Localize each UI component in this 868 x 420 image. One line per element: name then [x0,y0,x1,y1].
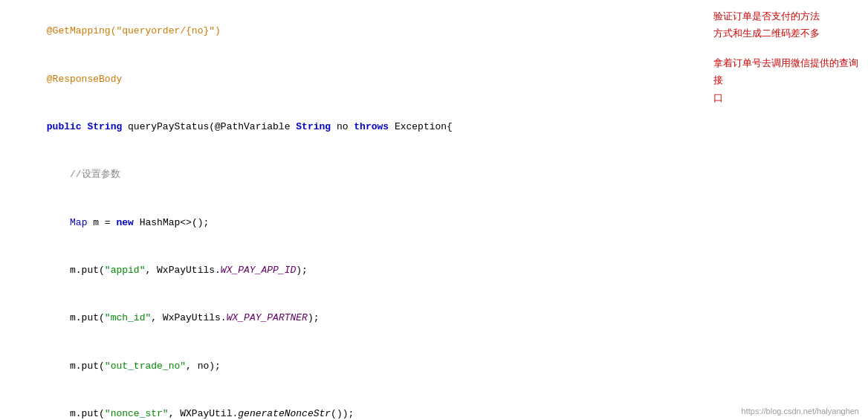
code-line-9: m.put("nonce_str", WXPayUtil.generateNon… [12,390,693,421]
sidebar-comment5: 口 [713,89,859,106]
code-line-8: m.put("out_trade_no", no); [12,342,693,390]
code-line-1: @GetMapping("queryorder/{no}") [12,7,693,55]
code-line-3: public String queryPayStatus(@PathVariab… [12,103,693,151]
kw-new: new [116,217,139,228]
mput-noncestr: m.put("nonce_str", WXPayUtil.generateNon… [47,408,354,419]
annotation-getmapping: @GetMapping("queryorder/{no}") [47,25,221,36]
code-line-5: Map m = new HashMap<>(); [12,198,693,246]
map-var: m = [93,217,116,228]
sidebar-comment2: 方式和生成二维码差不多 [713,25,859,42]
hashmap: HashMap<>(); [140,217,210,228]
mput-mchid: m.put("mch_id", WxPayUtils.WX_PAY_PARTNE… [47,312,320,323]
annotation-responsebody: @ResponseBody [47,74,122,85]
kw-public: public [47,121,88,132]
mput-tradeno: m.put("out_trade_no", no); [47,361,221,372]
sidebar-spacer [713,42,859,54]
method-querypay: queryPayStatus(@PathVariable [128,121,296,132]
kw-throws: throws [354,121,389,132]
kw-string: String [87,121,128,132]
code-line-2: @ResponseBody [12,55,693,103]
map-init [47,217,70,228]
code-line-6: m.put("appid", WxPayUtils.WX_PAY_APP_ID)… [12,247,693,294]
param-no: no [337,121,354,132]
footer-link: https://blog.csdn.net/halyanghen [742,407,859,416]
sidebar-comment1: 验证订单是否支付的方法 [713,7,859,25]
sidebar: 验证订单是否支付的方法 方式和生成二维码差不多 拿着订单号去调用微信提供的查询接… [705,0,868,420]
code-area: @GetMapping("queryorder/{no}") @Response… [0,0,705,420]
main-container: @GetMapping("queryorder/{no}") @Response… [0,0,868,420]
comment-setparams: //设置参数 [47,169,120,180]
sidebar-comment4: 拿着订单号去调用微信提供的查询接 [713,54,859,89]
kw-string2: String [296,121,337,132]
mput-appid: m.put("appid", WxPayUtils.WX_PAY_APP_ID)… [47,265,308,276]
type-map: Map [70,217,93,228]
code-line-4: //设置参数 [12,151,693,198]
exception-text: Exception{ [389,121,453,132]
code-line-7: m.put("mch_id", WxPayUtils.WX_PAY_PARTNE… [12,294,693,342]
